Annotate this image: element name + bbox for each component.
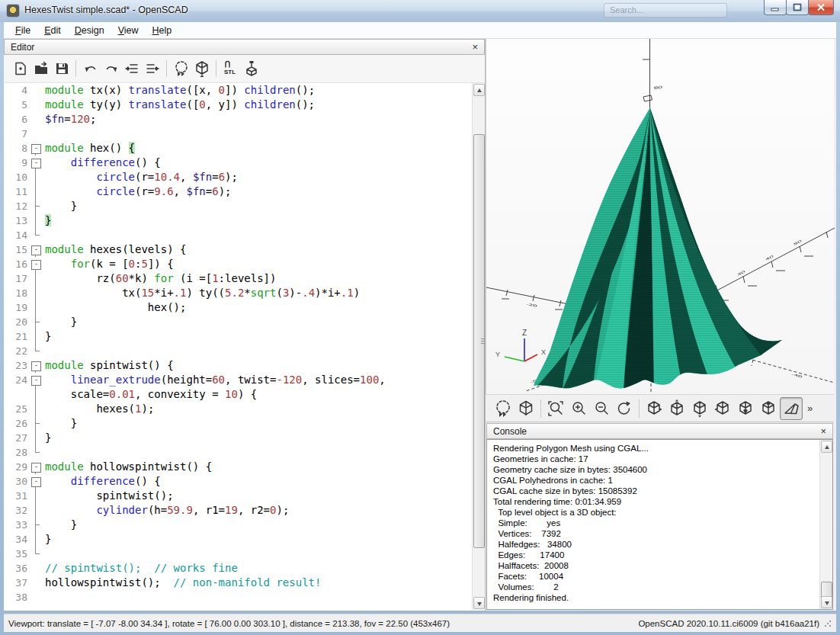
code-editor[interactable]: 4module tx(x) translate([x, 0]) children…	[4, 83, 485, 610]
code-line[interactable]: 20 }	[4, 315, 485, 329]
code-line[interactable]: 26 }	[4, 416, 485, 431]
render-button[interactable]	[191, 59, 212, 79]
undo-button[interactable]	[80, 59, 101, 79]
code-line[interactable]: 30 difference() {	[4, 474, 485, 489]
fold-marker-icon[interactable]	[30, 257, 42, 271]
code-line[interactable]: 18 tx(15*i+.1) ty((5.2*sqrt(3)-.4)*i+.1)	[4, 286, 485, 300]
code-text: difference() {	[42, 474, 161, 489]
preview-button[interactable]	[492, 397, 515, 420]
view-right-button[interactable]	[643, 397, 665, 420]
zoom-out-button[interactable]	[590, 397, 613, 420]
console-scrollbar[interactable]	[819, 440, 832, 609]
editor-pane-header[interactable]: Editor ×	[4, 39, 485, 55]
code-line[interactable]: 34}	[4, 532, 485, 547]
fold-marker-icon[interactable]	[30, 358, 42, 373]
maximize-button[interactable]	[786, 0, 809, 15]
menu-file[interactable]: File	[8, 24, 37, 37]
toolbar-overflow-chevron[interactable]: »	[807, 402, 813, 414]
3d-viewport[interactable]: 60 20 30 40 50 -20 -40 -50	[486, 39, 834, 394]
code-line[interactable]: 11 circle(r=9.6, $fn=6);	[4, 184, 485, 199]
editor-scrollbar-thumb[interactable]	[473, 134, 485, 548]
code-line[interactable]: 27}	[4, 431, 485, 445]
fold-marker-icon[interactable]	[30, 156, 42, 170]
view-bottom-button[interactable]	[688, 397, 711, 420]
export-image-button[interactable]	[241, 59, 261, 79]
console-pane-header[interactable]: Console ×	[486, 423, 833, 439]
fold-marker-icon[interactable]	[30, 141, 42, 156]
code-line[interactable]: 35	[4, 547, 485, 561]
code-line[interactable]: 28	[4, 445, 485, 460]
fold-marker-icon[interactable]	[30, 373, 42, 387]
code-line[interactable]: 8module hex() {	[4, 141, 485, 156]
menu-help[interactable]: Help	[146, 24, 179, 37]
code-line[interactable]: 25 hexes(1);	[4, 402, 485, 416]
zoom-in-button[interactable]	[567, 397, 590, 420]
unindent-button[interactable]	[121, 59, 142, 79]
line-number: 31	[4, 489, 30, 503]
title-bar[interactable]: HexesTwist simple.scad* - OpenSCAD Searc…	[0, 0, 840, 22]
perspective-button[interactable]	[780, 397, 803, 420]
code-line[interactable]: 15module hexes(levels) {	[4, 242, 485, 257]
code-line[interactable]: scale=0.01, convexity = 10) {	[4, 387, 485, 402]
scroll-up-arrow[interactable]	[473, 84, 485, 96]
line-number: 35	[4, 547, 30, 561]
line-number: 5	[4, 98, 30, 112]
menu-view[interactable]: View	[111, 24, 146, 37]
save-button[interactable]	[51, 59, 72, 79]
code-line[interactable]: 13}	[4, 213, 485, 228]
line-number: 34	[4, 532, 30, 547]
preview-button[interactable]	[171, 59, 191, 79]
minimize-button[interactable]	[764, 0, 787, 15]
view-front-button[interactable]	[734, 397, 757, 420]
code-line[interactable]: 14	[4, 228, 485, 242]
y-axis-tick-label: 50	[793, 239, 802, 246]
code-line[interactable]: 31 spintwist();	[4, 489, 485, 503]
code-line[interactable]: 29module hollowspintwist() {	[4, 460, 485, 474]
menu-design[interactable]: Design	[68, 24, 111, 37]
console-line: Halfedges: 34800	[493, 539, 832, 550]
code-line[interactable]: 22	[4, 344, 485, 358]
fold-marker-icon[interactable]	[30, 460, 42, 474]
zoom-all-button[interactable]	[544, 397, 567, 420]
code-line[interactable]: 38	[4, 590, 485, 605]
code-line[interactable]: 21}	[4, 329, 485, 344]
reset-view-button[interactable]	[613, 397, 636, 420]
close-button[interactable]	[808, 0, 834, 15]
editor-close-icon[interactable]: ×	[472, 42, 478, 52]
code-line[interactable]: 4module tx(x) translate([x, 0]) children…	[4, 83, 485, 98]
code-line[interactable]: 16 for(k = [0:5]) {	[4, 257, 485, 271]
open-file-button[interactable]	[30, 59, 51, 79]
code-line[interactable]: 24 linear_extrude(height=60, twist=-120,…	[4, 373, 485, 387]
menu-edit[interactable]: Edit	[37, 24, 68, 37]
code-line[interactable]: 23module spintwist() {	[4, 358, 485, 373]
scroll-down-arrow[interactable]	[821, 596, 832, 608]
view-left-button[interactable]	[711, 397, 734, 420]
new-file-button[interactable]	[10, 59, 30, 79]
code-line[interactable]: 17 rz(60*k) for (i =[1:levels])	[4, 271, 485, 286]
scroll-down-arrow[interactable]	[473, 597, 485, 609]
code-line[interactable]: 32 cylinder(h=59.9, r1=19, r2=0);	[4, 503, 485, 518]
export-stl-button[interactable]: STL	[220, 59, 241, 79]
code-line[interactable]: 10 circle(r=10.4, $fn=6);	[4, 170, 485, 184]
export-stl-icon: STL	[224, 62, 236, 76]
resize-grip[interactable]	[824, 620, 832, 627]
code-line[interactable]: 7	[4, 127, 485, 141]
code-line[interactable]: 33 }	[4, 518, 485, 532]
redo-button[interactable]	[101, 59, 121, 79]
fold-marker-icon[interactable]	[30, 474, 42, 489]
code-line[interactable]: 5module ty(y) translate([0, y]) children…	[4, 98, 485, 112]
code-line[interactable]: 36// spintwist(); // works fine	[4, 561, 485, 576]
code-line[interactable]: 6$fn=120;	[4, 112, 485, 127]
render-button[interactable]	[515, 397, 537, 420]
view-back-button[interactable]	[757, 397, 780, 420]
code-line[interactable]: 19 hex();	[4, 300, 485, 315]
console-close-icon[interactable]: ×	[820, 426, 826, 436]
indent-button[interactable]	[142, 59, 162, 79]
view-top-button[interactable]	[665, 397, 688, 420]
scroll-up-arrow[interactable]	[821, 441, 832, 453]
code-line[interactable]: 37hollowspintwist(); // non-manifold res…	[4, 576, 485, 590]
fold-marker-icon[interactable]	[30, 242, 42, 257]
editor-scrollbar[interactable]	[472, 83, 485, 610]
code-line[interactable]: 12 }	[4, 199, 485, 213]
code-line[interactable]: 9 difference() {	[4, 156, 485, 170]
